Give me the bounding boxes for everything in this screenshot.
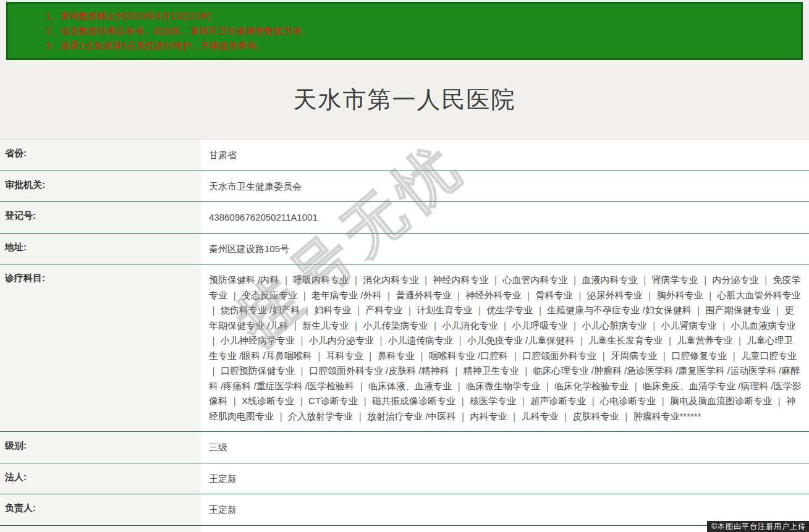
table-row-legal-person: 法人: 王定新: [0, 463, 809, 495]
row-label: 负责人:: [0, 494, 201, 525]
table-row-approval-authority: 审批机关: 天水市卫生健康委员会: [0, 171, 809, 203]
table-row-license-validity: 执业许可证有效期: 2020/4/14 -至- 2033/10/14: [0, 526, 809, 532]
row-label: 法人:: [0, 463, 201, 494]
row-label: 登记号:: [0, 202, 201, 233]
notice-banner: 1、查询数据截止到2023年8月13日21时; 2、信息数据结果以各省、自治区、…: [6, 2, 803, 60]
row-label: 省份:: [0, 140, 201, 171]
table-row-level: 级别: 三级: [0, 432, 809, 463]
page-title: 天水市第一人民医院: [294, 84, 516, 116]
row-value: 甘肃省: [201, 140, 809, 171]
notice-line-1: 1、查询数据截止到2023年8月13日21时;: [46, 9, 795, 23]
image-credit-badge: ©本图由平台注册用户上传: [707, 521, 809, 532]
table-row-person-in-charge: 负责人: 王定新: [0, 494, 809, 526]
row-value: 三级: [201, 432, 809, 463]
row-value: 天水市卫生健康委员会: [201, 171, 809, 202]
row-label: 诊疗科目:: [0, 264, 201, 431]
notice-line-3: 3、凌晨1点至凌晨5点系统进行维护，不能提供查询。: [46, 38, 795, 53]
row-value: 秦州区建设路105号: [201, 234, 809, 264]
row-value: 王定新: [201, 463, 809, 494]
row-label: 地址:: [0, 234, 201, 264]
row-value: 4386096762050211A1001: [201, 202, 809, 233]
table-row-address: 地址: 秦州区建设路105号: [0, 234, 809, 265]
notice-line-2: 2、信息数据结果以各省、自治区、直辖市卫生健康委数据为准。: [46, 23, 795, 38]
title-section: 天水市第一人民医院: [0, 60, 809, 139]
table-row-medical-subjects: 诊疗科目: 预防保健科 /内科 ｜ 呼吸内科专业 ｜ 消化内科专业 ｜ 神经内科…: [0, 264, 809, 432]
table-row-registration-number: 登记号: 4386096762050211A1001: [0, 202, 809, 234]
row-label: 级别:: [0, 432, 201, 463]
hospital-detail-table: 省份: 甘肃省 审批机关: 天水市卫生健康委员会 登记号: 4386096762…: [0, 139, 809, 532]
table-row-province: 省份: 甘肃省: [0, 140, 809, 171]
row-label: 执业许可证有效期:: [0, 526, 201, 532]
row-value: 预防保健科 /内科 ｜ 呼吸内科专业 ｜ 消化内科专业 ｜ 神经内科专业 ｜ 心…: [201, 264, 809, 431]
row-label: 审批机关:: [0, 171, 201, 202]
